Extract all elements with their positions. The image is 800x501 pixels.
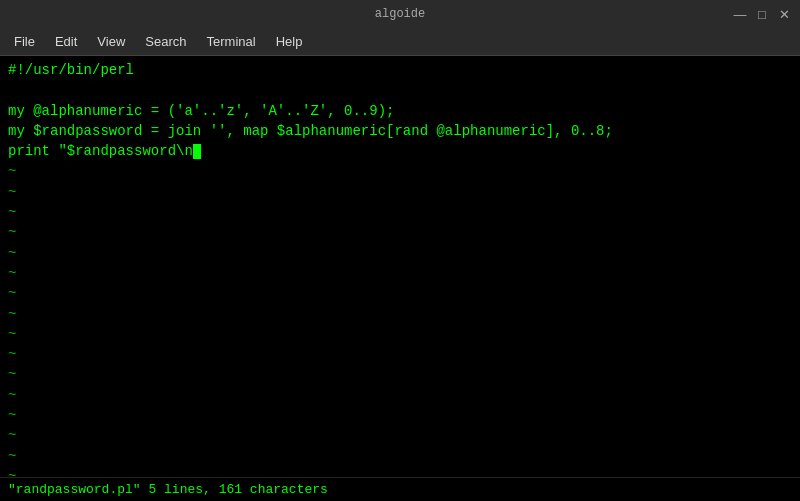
statusbar: "randpassword.pl" 5 lines, 161 character… (0, 477, 800, 501)
text-cursor (193, 144, 201, 159)
menu-item-edit[interactable]: Edit (45, 30, 87, 53)
editor-tilde-line: ~ (8, 161, 792, 181)
titlebar-controls: — □ ✕ (732, 6, 792, 22)
editor-tilde-line: ~ (8, 385, 792, 405)
editor-tilde-line: ~ (8, 324, 792, 344)
titlebar: algoide — □ ✕ (0, 0, 800, 28)
menu-item-view[interactable]: View (87, 30, 135, 53)
menu-item-file[interactable]: File (4, 30, 45, 53)
editor-line: my $randpassword = join '', map $alphanu… (8, 121, 792, 141)
titlebar-title: algoide (68, 7, 732, 21)
editor-tilde-line: ~ (8, 202, 792, 222)
editor-line (8, 80, 792, 100)
statusbar-text: "randpassword.pl" 5 lines, 161 character… (8, 482, 328, 497)
minimize-button[interactable]: — (732, 6, 748, 22)
editor-line-cursor: print "$randpassword\n (8, 141, 792, 161)
editor-tilde-line: ~ (8, 182, 792, 202)
menu-item-help[interactable]: Help (266, 30, 313, 53)
editor-tilde-line: ~ (8, 446, 792, 466)
menubar: File Edit View Search Terminal Help (0, 28, 800, 56)
editor-tilde-line: ~ (8, 263, 792, 283)
editor-tilde-line: ~ (8, 304, 792, 324)
editor-area[interactable]: #!/usr/bin/perl my @alphanumeric = ('a'.… (0, 56, 800, 477)
editor-tilde-line: ~ (8, 243, 792, 263)
editor-line: my @alphanumeric = ('a'..'z', 'A'..'Z', … (8, 101, 792, 121)
editor-tilde-line: ~ (8, 283, 792, 303)
menu-item-search[interactable]: Search (135, 30, 196, 53)
editor-tilde-line: ~ (8, 425, 792, 445)
editor-tilde-line: ~ (8, 364, 792, 384)
close-button[interactable]: ✕ (776, 6, 792, 22)
editor-line: #!/usr/bin/perl (8, 60, 792, 80)
editor-tilde-line: ~ (8, 344, 792, 364)
maximize-button[interactable]: □ (754, 6, 770, 22)
menu-item-terminal[interactable]: Terminal (197, 30, 266, 53)
editor-tilde-line: ~ (8, 466, 792, 477)
editor-tilde-line: ~ (8, 405, 792, 425)
editor-tilde-line: ~ (8, 222, 792, 242)
